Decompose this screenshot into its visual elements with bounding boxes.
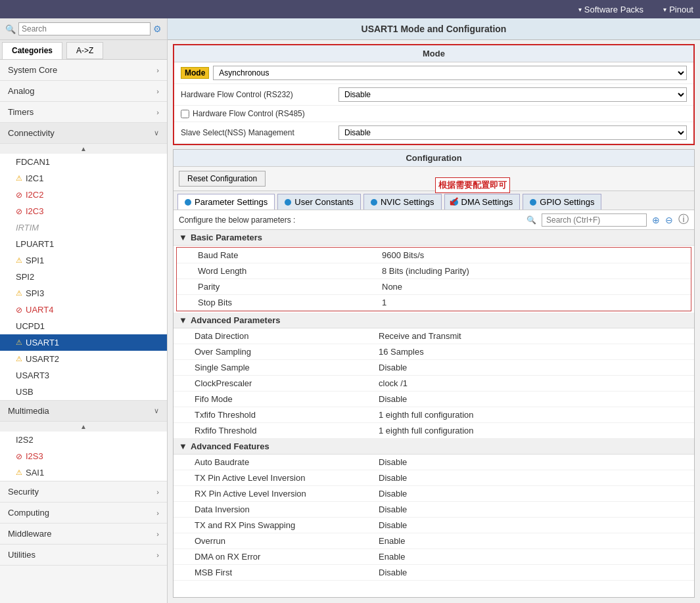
sidebar-item-sai1[interactable]: ⚠ SAI1 bbox=[0, 464, 167, 481]
scroll-up-arrow[interactable]: ▲ bbox=[0, 422, 167, 432]
sidebar-search-bar: 🔍 ⚙ bbox=[0, 18, 167, 40]
gear-icon[interactable]: ⚙ bbox=[153, 24, 162, 34]
panel-title: USART1 Mode and Configuration bbox=[168, 18, 700, 40]
config-info-text: Configure the below parameters : bbox=[179, 215, 521, 225]
sidebar-item-i2s2[interactable]: I2S2 bbox=[0, 432, 167, 448]
sidebar-search-input[interactable] bbox=[18, 22, 151, 35]
sidebar-item-i2c2[interactable]: ⊘ I2C2 bbox=[0, 187, 167, 203]
param-row: TX and RX Pins Swapping Disable bbox=[174, 518, 694, 533]
slave-select-label: Slave Select(NSS) Management bbox=[181, 128, 338, 137]
sidebar-item-spi2[interactable]: SPI2 bbox=[0, 269, 167, 285]
pinout-btn[interactable]: ▾ Pinout bbox=[663, 5, 693, 14]
param-value: 1 eighth full configuration bbox=[379, 410, 474, 420]
mode-label: Mode bbox=[181, 67, 209, 79]
group-label: Basic Parameters bbox=[191, 233, 262, 242]
slave-select-select[interactable]: Disable bbox=[338, 125, 687, 140]
tab-user-constants[interactable]: User Constants bbox=[277, 194, 361, 210]
item-label: USART3 bbox=[16, 370, 49, 380]
group-advanced-parameters[interactable]: ▼ Advanced Parameters bbox=[174, 313, 694, 328]
group-basic-parameters[interactable]: ▼ Basic Parameters bbox=[174, 230, 694, 246]
chevron-down-icon: ▾ bbox=[578, 6, 582, 13]
sidebar-item-timers[interactable]: Timers › bbox=[0, 102, 167, 123]
tab-az[interactable]: A->Z bbox=[66, 42, 103, 59]
param-row: DMA on RX Error Enable bbox=[174, 549, 694, 565]
tab-label: Parameter Settings bbox=[195, 197, 268, 207]
sidebar-item-lpuart1[interactable]: LPUART1 bbox=[0, 236, 167, 252]
hw-flow-rs232-select[interactable]: Disable bbox=[338, 87, 687, 102]
param-row: Fifo Mode Disable bbox=[174, 391, 694, 407]
param-name: Fifo Mode bbox=[195, 394, 379, 404]
param-row: Auto Baudrate Disable bbox=[174, 455, 694, 470]
sidebar-item-i2c1[interactable]: ⚠ I2C1 bbox=[0, 170, 167, 187]
sidebar-item-usart2[interactable]: ⚠ USART2 bbox=[0, 351, 167, 367]
sidebar-item-i2s3[interactable]: ⊘ I2S3 bbox=[0, 448, 167, 464]
sidebar-item-multimedia[interactable]: Multimedia ∨ bbox=[0, 401, 167, 422]
param-name: RX Pin Active Level Inversion bbox=[195, 489, 379, 499]
sidebar-item-usart1[interactable]: ⚠ USART1 bbox=[0, 334, 167, 351]
config-search-input[interactable] bbox=[542, 213, 647, 227]
tab-label: NVIC Settings bbox=[381, 197, 434, 207]
tab-gpio-settings[interactable]: GPIO Settings bbox=[523, 194, 601, 210]
chevron-right-icon: › bbox=[156, 87, 159, 95]
config-section: Configuration Reset Configuration Parame… bbox=[173, 149, 695, 598]
sidebar-item-computing[interactable]: Computing › bbox=[0, 502, 167, 524]
param-value: Enable bbox=[379, 552, 405, 562]
sidebar-item-usart3[interactable]: USART3 bbox=[0, 367, 167, 384]
warning-icon: ⚠ bbox=[16, 355, 22, 363]
sidebar-item-analog[interactable]: Analog › bbox=[0, 81, 167, 102]
sidebar-item-connectivity[interactable]: Connectivity ∨ bbox=[0, 123, 167, 144]
param-value: Disable bbox=[379, 520, 407, 530]
sidebar-item-usb[interactable]: USB bbox=[0, 384, 167, 400]
warning-icon: ⚠ bbox=[16, 174, 22, 183]
hw-flow-rs485-checkbox[interactable] bbox=[181, 110, 189, 118]
tab-label: DMA Settings bbox=[461, 197, 513, 207]
param-row: Data Inversion Disable bbox=[174, 502, 694, 518]
sidebar-item-middleware[interactable]: Middleware › bbox=[0, 524, 167, 545]
param-value: Disable bbox=[379, 363, 407, 372]
sidebar-item-utilities[interactable]: Utilities › bbox=[0, 545, 167, 566]
sidebar-item-system-core[interactable]: System Core › bbox=[0, 60, 167, 81]
param-value: Disable bbox=[379, 489, 407, 499]
param-row: Data Direction Receive and Transmit bbox=[174, 328, 694, 344]
param-value: Disable bbox=[379, 457, 407, 467]
item-label: I2S2 bbox=[16, 435, 34, 445]
tab-categories[interactable]: Categories bbox=[2, 42, 62, 59]
sidebar-item-security[interactable]: Security › bbox=[0, 481, 167, 502]
software-packs-btn[interactable]: ▾ Software Packs bbox=[578, 5, 643, 14]
error-icon: ⊘ bbox=[16, 190, 22, 200]
sidebar-item-spi1[interactable]: ⚠ SPI1 bbox=[0, 252, 167, 269]
sidebar-item-label: Utilities bbox=[8, 550, 35, 560]
sidebar: 🔍 ⚙ Categories A->Z System Core › Analog… bbox=[0, 18, 168, 603]
param-value: Disable bbox=[379, 504, 407, 514]
sidebar-item-spi3[interactable]: ⚠ SPI3 bbox=[0, 285, 167, 302]
sidebar-item-label: Connectivity bbox=[8, 128, 55, 138]
scroll-up-arrow[interactable]: ▲ bbox=[0, 144, 167, 154]
tab-dma-settings[interactable]: DMA Settings bbox=[444, 194, 521, 210]
sidebar-item-irtim[interactable]: IRTIM bbox=[0, 219, 167, 236]
slave-select-row: Slave Select(NSS) Management Disable bbox=[174, 122, 693, 144]
group-advanced-features[interactable]: ▼ Advanced Features bbox=[174, 439, 694, 455]
sidebar-tabs: Categories A->Z bbox=[0, 40, 167, 60]
chevron-right-icon: › bbox=[156, 509, 159, 517]
circle-icon-2[interactable]: ⊖ bbox=[665, 215, 673, 225]
param-value: Receive and Transmit bbox=[379, 331, 461, 341]
param-name: Single Sample bbox=[195, 363, 379, 372]
tab-nvic-settings[interactable]: NVIC Settings bbox=[363, 194, 442, 210]
sidebar-item-uart4[interactable]: ⊘ UART4 bbox=[0, 302, 167, 318]
reset-config-button[interactable]: Reset Configuration bbox=[179, 171, 266, 187]
main-layout: 🔍 ⚙ Categories A->Z System Core › Analog… bbox=[0, 18, 700, 603]
param-value: 8 Bits (including Parity) bbox=[382, 266, 469, 276]
top-bar: ▾ Software Packs ▾ Pinout bbox=[0, 0, 700, 18]
search-icon: 🔍 bbox=[5, 24, 16, 34]
info-icon: ⓘ bbox=[678, 213, 689, 227]
item-label: LPUART1 bbox=[16, 239, 54, 249]
sidebar-item-ucpd1[interactable]: UCPD1 bbox=[0, 318, 167, 334]
param-name: Auto Baudrate bbox=[195, 457, 379, 467]
tab-parameter-settings[interactable]: Parameter Settings bbox=[177, 194, 275, 210]
circle-icon-1[interactable]: ⊕ bbox=[652, 215, 660, 225]
mode-select[interactable]: Asynchronous bbox=[213, 66, 687, 80]
sidebar-item-i2c3[interactable]: ⊘ I2C3 bbox=[0, 203, 167, 219]
sidebar-item-fdcan1[interactable]: FDCAN1 bbox=[0, 154, 167, 170]
sidebar-content: System Core › Analog › Timers › Connecti… bbox=[0, 60, 167, 603]
group-label: Advanced Features bbox=[191, 441, 269, 451]
